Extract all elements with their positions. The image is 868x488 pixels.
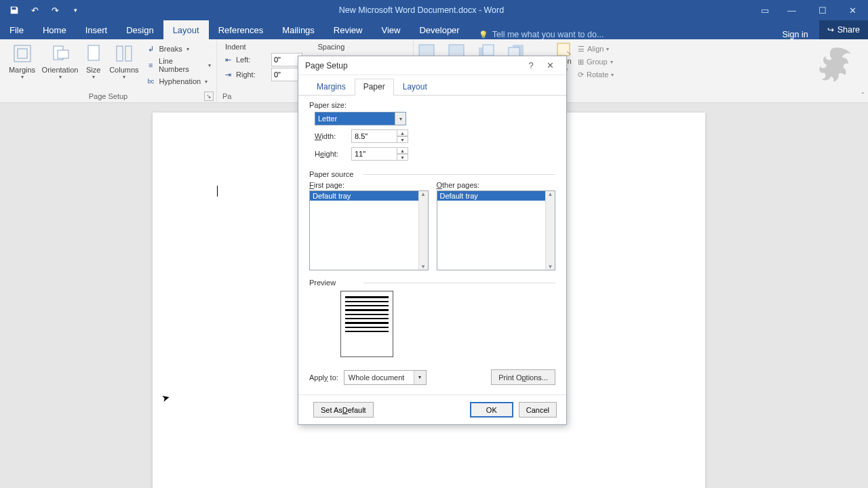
paper-size-dropdown-icon[interactable]: ▾ (395, 113, 406, 125)
dialog-titlebar: Page Setup ? ✕ (298, 56, 566, 75)
apply-to-label: Apply to: (309, 373, 338, 382)
save-button[interactable] (5, 3, 23, 18)
tab-view[interactable]: View (372, 20, 410, 39)
width-spin-down[interactable]: ▼ (397, 136, 408, 143)
ok-button[interactable]: OK (470, 402, 513, 418)
close-window-button[interactable]: ✕ (837, 0, 868, 20)
dialog-tab-paper[interactable]: Paper (355, 79, 394, 96)
other-pages-scrollbar[interactable]: ▲▼ (545, 191, 555, 270)
height-spin-down[interactable]: ▼ (397, 154, 408, 161)
hyphenation-button[interactable]: bcHyphenation▾ (145, 74, 211, 89)
columns-icon (113, 43, 135, 64)
paper-size-combo[interactable]: Letter ▾ (315, 112, 406, 125)
share-button[interactable]: Share (819, 20, 868, 39)
first-page-selected[interactable]: Default tray (310, 191, 428, 201)
cancel-button[interactable]: Cancel (519, 402, 557, 418)
minimize-button[interactable]: — (776, 0, 807, 20)
share-label: Share (837, 25, 860, 35)
tab-file[interactable]: File (0, 20, 33, 39)
group-page-setup: Margins▾ Orientation▾ Size▾ Columns▾ ↲Br… (0, 39, 217, 103)
dialog-tab-margins[interactable]: Margins (308, 79, 355, 96)
breaks-button[interactable]: ↲Breaks▾ (145, 41, 211, 56)
selection-pane-icon[interactable] (556, 42, 571, 57)
ribbon-display-options[interactable]: ▭ (753, 0, 776, 20)
customize-qat-button[interactable]: ▾ (66, 3, 84, 18)
align-icon: ☰ (578, 43, 585, 54)
print-options-button[interactable]: Print Options... (491, 369, 555, 385)
other-pages-selected[interactable]: Default tray (437, 191, 555, 201)
height-spinbox[interactable]: ▲▼ (351, 147, 408, 161)
redo-button[interactable]: ↷ (46, 3, 64, 18)
tab-developer[interactable]: Developer (410, 20, 469, 39)
share-icon (827, 25, 834, 35)
preview-thumbnail (340, 291, 393, 357)
text-cursor (217, 186, 218, 197)
group-label-text: Group (587, 58, 608, 66)
orientation-button[interactable]: Orientation▾ (41, 41, 79, 80)
svg-rect-13 (557, 43, 570, 56)
tab-references[interactable]: References (209, 20, 273, 39)
tab-insert[interactable]: Insert (76, 20, 117, 39)
line-numbers-label: Line Numbers (159, 57, 204, 73)
apply-to-dropdown-icon[interactable]: ▾ (414, 371, 426, 384)
indent-left-label: Left: (236, 56, 269, 64)
tab-layout[interactable]: Layout (163, 20, 209, 39)
first-page-scrollbar[interactable]: ▲▼ (418, 191, 428, 270)
width-input[interactable] (351, 129, 397, 143)
width-spin-up[interactable]: ▲ (397, 129, 408, 136)
dialog-tab-layout[interactable]: Layout (394, 79, 436, 96)
columns-button[interactable]: Columns▾ (108, 41, 140, 80)
indent-left-icon: ⇤ (222, 54, 233, 65)
size-button[interactable]: Size▾ (81, 41, 105, 80)
height-input[interactable] (351, 147, 397, 161)
line-numbers-button[interactable]: ≡Line Numbers▾ (145, 58, 211, 73)
undo-button[interactable]: ↶ (26, 3, 43, 18)
paper-size-label: Paper size: (309, 101, 555, 109)
group-icon: ⊞ (578, 56, 584, 67)
spacing-header: Spacing (315, 41, 408, 52)
other-pages-label: Other pages: (437, 181, 556, 189)
apply-to-value: Whole document (344, 371, 414, 384)
margins-button[interactable]: Margins▾ (5, 41, 39, 80)
other-pages-listbox[interactable]: Default tray ▲▼ (437, 190, 556, 270)
page-setup-launcher[interactable]: ↘ (204, 92, 214, 101)
set-as-default-button[interactable]: Set As Default (313, 402, 374, 418)
svg-rect-4 (88, 45, 99, 60)
dialog-footer: Set As Default OK Cancel (298, 394, 566, 424)
breaks-icon: ↲ (145, 43, 156, 54)
align-label: Align (587, 45, 604, 53)
indent-header: Indent (222, 41, 315, 52)
collapse-ribbon-button[interactable]: ˆ (862, 92, 864, 100)
svg-rect-1 (18, 49, 27, 58)
first-page-listbox[interactable]: Default tray ▲▼ (309, 190, 429, 270)
lightbulb-icon (479, 30, 488, 39)
ribbon-tabs: File Home Insert Design Layout Reference… (0, 20, 868, 39)
height-label: Height: (315, 150, 346, 158)
tab-review[interactable]: Review (324, 20, 372, 39)
columns-label: Columns (109, 66, 138, 74)
tell-me-placeholder: Tell me what you want to do... (492, 30, 604, 39)
tab-mailings[interactable]: Mailings (273, 20, 324, 39)
window-controls: ▭ — ☐ ✕ (753, 0, 868, 20)
orientation-icon (50, 43, 71, 64)
page-setup-group-label: Page Setup↘ (5, 90, 211, 103)
tab-home[interactable]: Home (33, 20, 76, 39)
svg-rect-5 (117, 46, 123, 61)
paper-size-value: Letter (315, 113, 395, 125)
width-spinbox[interactable]: ▲▼ (351, 129, 408, 143)
indent-right-icon: ⇥ (222, 69, 233, 80)
tell-me-search[interactable]: Tell me what you want to do... (479, 30, 604, 39)
svg-rect-10 (483, 45, 494, 56)
first-page-label: First page: (309, 181, 429, 189)
page-setup-dialog: Page Setup ? ✕ Margins Paper Layout Pape… (298, 56, 567, 425)
orientation-label: Orientation (42, 66, 79, 74)
height-spin-up[interactable]: ▲ (397, 147, 408, 154)
apply-to-combo[interactable]: Whole document ▾ (344, 370, 427, 385)
dialog-help-button[interactable]: ? (521, 60, 540, 70)
rotate-label: Rotate (587, 70, 608, 79)
tab-design[interactable]: Design (117, 20, 163, 39)
sign-in-link[interactable]: Sign in (771, 30, 818, 39)
maximize-button[interactable]: ☐ (807, 0, 837, 20)
width-label: Width: (315, 132, 346, 140)
dialog-close-button[interactable]: ✕ (540, 60, 559, 70)
